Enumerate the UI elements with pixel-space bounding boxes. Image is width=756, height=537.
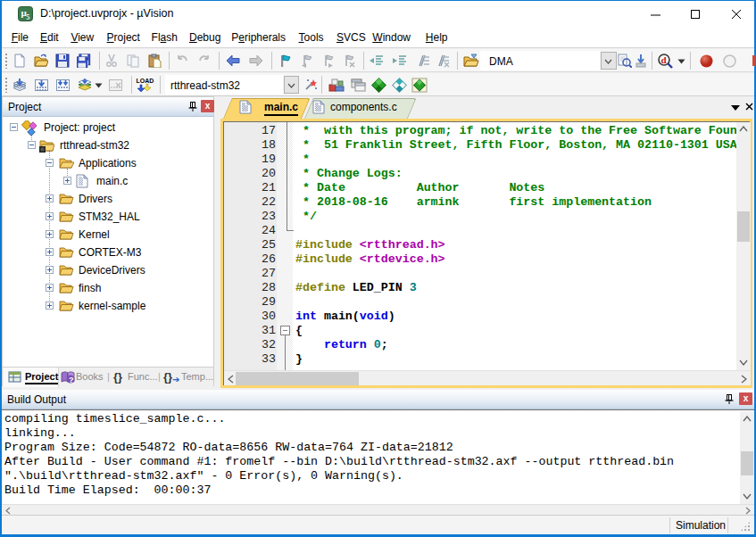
svg-text:d: d [661,54,667,65]
svg-text:LOAD: LOAD [137,78,154,84]
svg-text:?: ? [69,376,74,384]
svg-text:5: 5 [27,13,30,21]
